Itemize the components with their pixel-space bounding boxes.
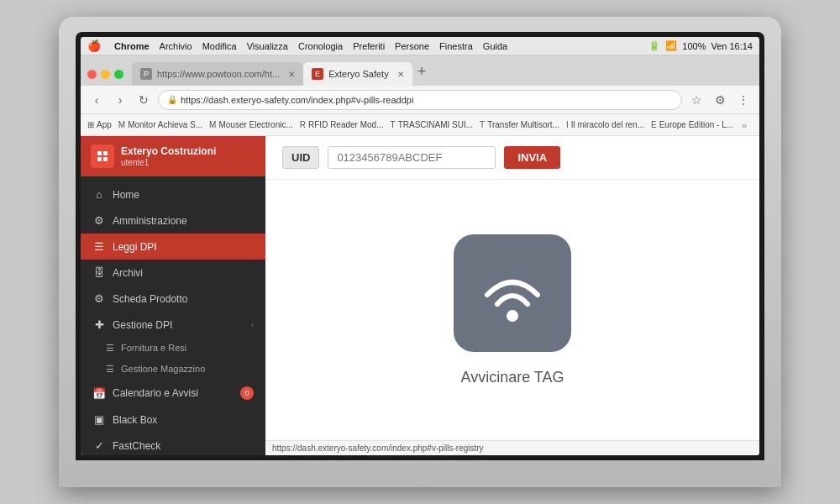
sidebar-item-archivi[interactable]: 🗄 Archivi (81, 260, 265, 286)
sidebar-item-calendario-label: Calendario e Avvisi (113, 387, 198, 399)
bookmarks-bar: ⊞ App M Monitor Achieva S... M Mouser El… (81, 114, 759, 136)
home-icon: ⌂ (92, 188, 106, 201)
gestione-icon: ✚ (92, 318, 106, 331)
fornitura-icon: ☰ (106, 343, 114, 354)
new-tab-button[interactable]: + (412, 63, 432, 86)
calendario-icon: 📅 (92, 387, 106, 400)
status-url: https://dash.exteryo-safety.com/index.ph… (272, 444, 484, 453)
svg-rect-2 (97, 157, 102, 161)
minimize-button[interactable] (101, 70, 110, 79)
bookmark-trascinami[interactable]: T TRASCINAMI SUI... (391, 120, 474, 129)
bookmark-rfid[interactable]: R RFID Reader Mod... (300, 120, 384, 129)
bookmark-transfer[interactable]: T Transfer Multisort... (480, 120, 559, 129)
nfc-wifi-icon (475, 255, 550, 331)
window-controls (87, 70, 123, 86)
bookmark-mouser[interactable]: M Mouser Electronic... (209, 120, 293, 129)
sidebar-item-amministrazione[interactable]: ⚙ Amministrazione (81, 207, 265, 234)
tab-label-exteryo: Exteryo Safety (328, 69, 389, 79)
archivio-menu-item[interactable]: Archivio (160, 41, 192, 51)
rfid-favicon: R (300, 120, 306, 129)
sidebar-item-black-box-label: Black Box (113, 414, 157, 426)
screen-bezel: 🍎 Chrome Archivio Modifica Visualizza Cr… (76, 32, 764, 460)
menu-button[interactable]: ⋮ (734, 91, 753, 109)
svg-rect-0 (97, 151, 102, 155)
close-button[interactable] (87, 70, 97, 79)
sidebar-item-gestione-dpi[interactable]: ✚ Gestione DPI ‹ (81, 312, 265, 338)
sidebar-item-archivi-label: Archivi (113, 267, 143, 279)
archivi-icon: 🗄 (92, 266, 106, 279)
sidebar-item-leggi-dpi-label: Leggi DPI (113, 241, 157, 253)
bookmark-europe[interactable]: E Europe Edition - L... (651, 120, 733, 129)
sidebar-item-home-label: Home (113, 189, 139, 201)
uid-input[interactable] (328, 146, 496, 169)
europe-favicon: E (651, 120, 657, 129)
leggi-dpi-icon: ☰ (92, 240, 106, 253)
close-tab-exteryo-icon[interactable]: ✕ (397, 70, 404, 79)
close-tab-icon[interactable]: ✕ (288, 70, 295, 79)
visualizza-menu-item[interactable]: Visualizza (247, 41, 288, 51)
tab-exteryo[interactable]: E Exteryo Safety ✕ (303, 62, 412, 86)
miracolo-favicon: I (566, 120, 569, 129)
zoom-level: 100% (682, 41, 706, 51)
tab-powtoon[interactable]: P https://www.powtoon.com/ht... ✕ (132, 62, 303, 86)
extensions-button[interactable]: ⚙ (711, 91, 729, 109)
sidebar-item-leggi-dpi[interactable]: ☰ Leggi DPI (81, 234, 265, 260)
sidebar-sub-magazzino-label: Gestione Magazzino (121, 364, 205, 374)
bookmark-monitor-label: Monitor Achieva S... (128, 120, 202, 129)
battery-icon: 🔋 (648, 40, 660, 51)
modifica-menu-item[interactable]: Modifica (202, 41, 237, 51)
sidebar-item-scheda-prodotto[interactable]: ⚙ Scheda Prodotto (81, 286, 265, 312)
nfc-icon-container (454, 234, 571, 352)
tab-favicon-exteryo: E (312, 68, 323, 80)
bookmark-apps-label: App (97, 120, 112, 129)
sidebar-sub-fornitura-label: Fornitura e Resi (121, 343, 186, 353)
sidebar-sub-gestione-magazzino[interactable]: ☰ Gestione Magazzino (81, 359, 265, 380)
lock-icon: 🔒 (167, 95, 177, 104)
chevron-left-icon: ‹ (251, 320, 254, 329)
bookmark-mouser-label: Mouser Electronic... (218, 120, 292, 129)
persone-menu-item[interactable]: Persone (395, 41, 429, 51)
menubar-right: 🔋 📶 100% Ven 16:14 (648, 40, 753, 51)
apple-icon: 🍎 (87, 39, 101, 52)
sidebar: Exteryo Costruzioni utente1 ⌂ Home ⚙ Amm… (81, 136, 265, 455)
sidebar-menu: ⌂ Home ⚙ Amministrazione ☰ Leggi DPI � (81, 176, 265, 455)
trascinami-favicon: T (391, 120, 396, 129)
bookmark-button[interactable]: ☆ (687, 91, 706, 109)
address-box[interactable]: 🔒 https://dash.exteryo-safety.com/index.… (158, 90, 682, 110)
nfc-content: Avvicinare TAG (265, 180, 759, 440)
bookmark-europe-label: Europe Edition - L... (659, 120, 733, 129)
forward-button[interactable]: › (111, 91, 129, 109)
sidebar-item-calendario[interactable]: 📅 Calendario e Avvisi 0 (81, 380, 265, 407)
bookmark-apps[interactable]: ⊞ App (87, 120, 112, 129)
sidebar-item-fastcheck[interactable]: ✓ FastCheck (81, 433, 265, 455)
back-button[interactable]: ‹ (87, 91, 106, 109)
laptop-shell: 🍎 Chrome Archivio Modifica Visualizza Cr… (59, 17, 781, 487)
sidebar-item-amministrazione-label: Amministrazione (113, 215, 187, 227)
fastcheck-icon: ✓ (92, 439, 106, 452)
company-name: Exteryo Costruzioni (121, 145, 216, 159)
finestra-menu-item[interactable]: Finestra (439, 41, 473, 51)
sidebar-item-scheda-label: Scheda Prodotto (113, 293, 187, 305)
chrome-menu-item[interactable]: Chrome (114, 41, 150, 51)
bookmark-monitor[interactable]: M Monitor Achieva S... (118, 120, 202, 129)
guida-menu-item[interactable]: Guida (483, 41, 507, 51)
more-bookmarks-icon[interactable]: » (742, 120, 747, 130)
sidebar-item-home[interactable]: ⌂ Home (81, 181, 265, 207)
mouser-favicon: M (209, 120, 216, 129)
nfc-label: Avvicinare TAG (460, 369, 564, 386)
sidebar-item-black-box[interactable]: ▣ Black Box (81, 407, 265, 433)
svg-point-4 (507, 310, 518, 322)
uid-bar: UID INVIA (265, 136, 759, 180)
username: utente1 (121, 158, 216, 167)
screen: 🍎 Chrome Archivio Modifica Visualizza Cr… (81, 37, 759, 455)
cronologia-menu-item[interactable]: Cronologia (298, 41, 343, 51)
preferiti-menu-item[interactable]: Preferiti (353, 41, 385, 51)
svg-rect-1 (103, 151, 108, 155)
reload-button[interactable]: ↻ (134, 91, 153, 109)
bookmark-miracolo[interactable]: I Il miracolo del ren... (566, 120, 644, 129)
maximize-button[interactable] (114, 70, 123, 79)
apps-grid-icon: ⊞ (87, 120, 94, 129)
transfer-favicon: T (480, 120, 485, 129)
sidebar-sub-fornitura[interactable]: ☰ Fornitura e Resi (81, 338, 265, 359)
uid-submit-button[interactable]: INVIA (504, 146, 560, 169)
